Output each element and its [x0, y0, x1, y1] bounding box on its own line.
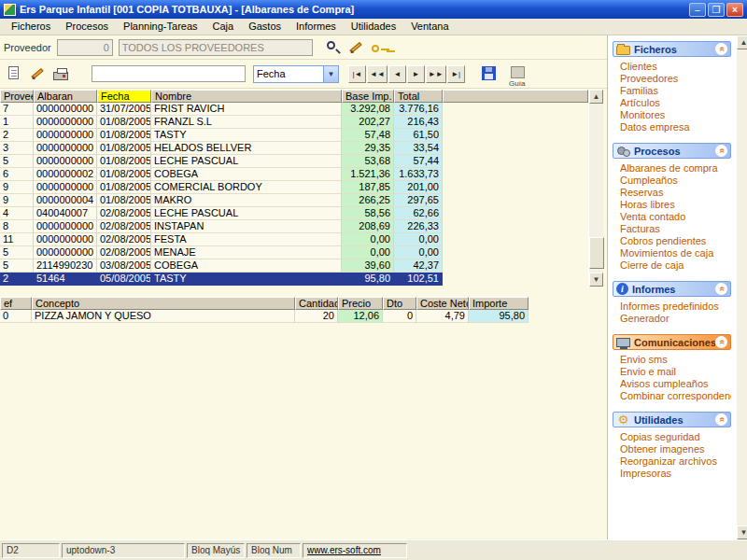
print-icon[interactable] — [50, 63, 71, 84]
sidebar-item-familias[interactable]: Familias — [620, 85, 731, 97]
sidebar-item-proveedores[interactable]: Proveedores — [620, 73, 731, 85]
sidebar-item-generador[interactable]: Generador — [620, 313, 731, 325]
collapse-chevron-icon[interactable]: « — [715, 43, 727, 55]
table-row[interactable]: 11000000000002/08/2005FESTA0,000,00 — [0, 233, 588, 246]
sidebar-item-cobros-pendientes[interactable]: Cobros pendientes — [620, 235, 731, 247]
table-row[interactable]: 5211499023003/08/2005COBEGA39,6042,37 — [0, 259, 588, 273]
table-row[interactable]: 1000000000001/08/2005FRANZL S.L202,27216… — [0, 116, 588, 129]
collapse-chevron-icon[interactable]: « — [715, 283, 727, 295]
table-row[interactable]: 2000000000001/08/2005TASTY57,4861,50 — [0, 129, 588, 142]
nav-first-button[interactable]: |◄ — [348, 65, 366, 83]
scroll-down-icon[interactable]: ▼ — [589, 273, 603, 287]
sidebar-item-albaranes-de-compra[interactable]: Albaranes de compra — [620, 162, 731, 175]
sidebar-item-impresoras[interactable]: Impresoras — [620, 468, 731, 480]
table-scrollbar[interactable]: ▲ ▼ — [588, 90, 603, 287]
table-row[interactable]: 9000000000401/08/2005MAKRO266,25297,65 — [0, 194, 588, 207]
minimize-button[interactable]: – — [689, 3, 706, 17]
order-field-combo[interactable]: Fecha ▼ — [253, 65, 339, 83]
sidebar-item-avisos-cumpleaños[interactable]: Avisos cumpleaños — [620, 378, 731, 390]
detail-column-header-importe[interactable]: Importe — [469, 297, 529, 310]
sidebar-item-facturas[interactable]: Facturas — [620, 223, 731, 235]
collapse-chevron-icon[interactable]: « — [715, 145, 727, 157]
sidebar-item-cierre-de-caja[interactable]: Cierre de caja — [620, 259, 731, 272]
guide-icon[interactable]: Guía — [507, 63, 528, 84]
status-panel-www-ers-soft-com[interactable]: www.ers-soft.com — [303, 543, 407, 558]
menu-ficheros[interactable]: Ficheros — [4, 19, 58, 35]
menu-informes[interactable]: Informes — [289, 19, 344, 35]
menu-caja[interactable]: Caja — [205, 19, 242, 35]
sidebar-item-envio-sms[interactable]: Envio sms — [620, 354, 731, 366]
edit-icon[interactable] — [345, 37, 366, 58]
detail-column-header-concepto[interactable]: Concepto — [32, 297, 295, 310]
nav-prev-button[interactable]: ◄ — [388, 65, 406, 83]
sidebar-item-copias-seguridad[interactable]: Copias seguridad — [620, 431, 731, 443]
menu-utilidades[interactable]: Utilidades — [344, 19, 403, 35]
column-header-albaran[interactable]: Albaran — [34, 90, 97, 103]
sidebar-item-horas-libres[interactable]: Horas libres — [620, 199, 731, 211]
column-header-total[interactable]: Total — [394, 90, 443, 103]
section-header-procesos[interactable]: Procesos« — [613, 143, 731, 159]
sidebar-item-obtener-imagenes[interactable]: Obtener imagenes — [620, 443, 731, 455]
detail-column-header-ef[interactable]: ef — [0, 297, 32, 310]
table-row[interactable]: 3000000000001/08/2005HELADOS BELLVER29,3… — [0, 142, 588, 155]
section-header-comunicaciones[interactable]: Comunicaciones« — [613, 334, 731, 350]
detail-column-header-dto[interactable]: Dto — [383, 297, 416, 310]
key-icon[interactable] — [369, 37, 389, 58]
section-header-informes[interactable]: iInformes« — [613, 281, 731, 297]
column-header-nombre[interactable]: Nombre — [151, 90, 342, 103]
search-input[interactable] — [92, 65, 246, 82]
menu-planning-tareas[interactable]: Planning-Tareas — [116, 19, 205, 35]
sidebar-item-movimientos-de-caja[interactable]: Movimientos de caja — [620, 247, 731, 259]
sidebar-item-envio-e-mail[interactable]: Envio e mail — [620, 366, 731, 378]
table-row[interactable]: 5000000000002/08/2005MENAJE0,000,00 — [0, 246, 588, 259]
chevron-down-icon[interactable]: ▼ — [323, 66, 338, 82]
detail-column-header-precio[interactable]: Precio — [338, 297, 383, 310]
detail-column-header-cantidad[interactable]: Cantidad — [295, 297, 338, 310]
sidebar-item-clientes[interactable]: Clientes — [620, 61, 731, 73]
sidebar-item-venta-contado[interactable]: Venta contado — [620, 211, 731, 223]
scroll-thumb[interactable] — [589, 237, 604, 269]
column-header-base-imp[interactable]: Base Imp. — [342, 90, 394, 103]
maximize-button[interactable]: ❐ — [708, 3, 725, 17]
table-row[interactable]: 8000000000002/08/2005INSTAPAN208,69226,3… — [0, 220, 588, 233]
sidebar-item-monitores[interactable]: Monitores — [620, 109, 731, 121]
sidebar-item-reorganizar-archivos[interactable]: Reorganizar archivos — [620, 455, 731, 468]
section-header-utilidades[interactable]: ⚙Utilidades« — [613, 412, 731, 427]
sidebar-item-artículos[interactable]: Artículos — [620, 97, 731, 109]
detail-row[interactable]: 0PIZZA JAMON Y QUESO2012,0604,7995,80 — [0, 310, 529, 323]
proveedor-name-field[interactable] — [119, 39, 313, 56]
new-document-icon[interactable] — [4, 63, 24, 84]
sidebar-item-reservas[interactable]: Reservas — [620, 187, 731, 199]
sidebar-item-cumpleaños[interactable]: Cumpleaños — [620, 175, 731, 187]
menu-procesos[interactable]: Procesos — [58, 19, 116, 35]
table-row[interactable]: 9000000000001/08/2005COMERCIAL BORDOY187… — [0, 181, 588, 194]
detail-column-header-coste-neto[interactable]: Coste Neto — [416, 297, 469, 310]
nav-prev-page-button[interactable]: ◄◄ — [367, 65, 388, 83]
edit-record-icon[interactable] — [27, 63, 48, 84]
table-row[interactable]: 7000000000031/07/2005FRIST RAVICH3.292,0… — [0, 103, 588, 116]
table-row[interactable]: 404004000702/08/2005LECHE PASCUAL58,5662… — [0, 207, 588, 220]
table-row[interactable]: 5000000000001/08/2005LECHE PASCUAL53,685… — [0, 155, 588, 168]
scroll-up-icon[interactable]: ▲ — [589, 90, 603, 104]
save-icon[interactable] — [478, 63, 499, 84]
sidebar-scrollbar[interactable]: ▲ ▼ — [736, 35, 747, 539]
scroll-down-icon[interactable]: ▼ — [737, 525, 747, 539]
sidebar-item-datos-empresa[interactable]: Datos empresa — [620, 121, 731, 133]
collapse-chevron-icon[interactable]: « — [715, 413, 727, 426]
close-button[interactable]: × — [726, 3, 743, 17]
proveedor-code-field[interactable] — [57, 39, 113, 56]
table-row[interactable]: 25146405/08/2005TASTY95,80102,51 — [0, 273, 588, 286]
menu-ventana[interactable]: Ventana — [403, 19, 456, 35]
nav-next-page-button[interactable]: ►► — [426, 65, 446, 83]
sidebar-item-combinar-correspondencia[interactable]: Combinar correspondencia — [620, 390, 731, 402]
nav-last-button[interactable]: ►| — [447, 65, 465, 83]
sidebar-item-informes-predefinidos[interactable]: Informes predefinidos — [620, 301, 731, 313]
scroll-up-icon[interactable]: ▲ — [737, 35, 747, 49]
menu-gastos[interactable]: Gastos — [241, 19, 289, 35]
column-header-proveedor[interactable]: Proveedor — [0, 90, 34, 103]
section-header-ficheros[interactable]: Ficheros« — [613, 41, 731, 57]
table-row[interactable]: 6000000000201/08/2005COBEGA1.521,361.633… — [0, 168, 588, 181]
search-icon[interactable] — [322, 37, 343, 58]
nav-next-button[interactable]: ► — [407, 65, 425, 83]
collapse-chevron-icon[interactable]: « — [715, 336, 727, 348]
